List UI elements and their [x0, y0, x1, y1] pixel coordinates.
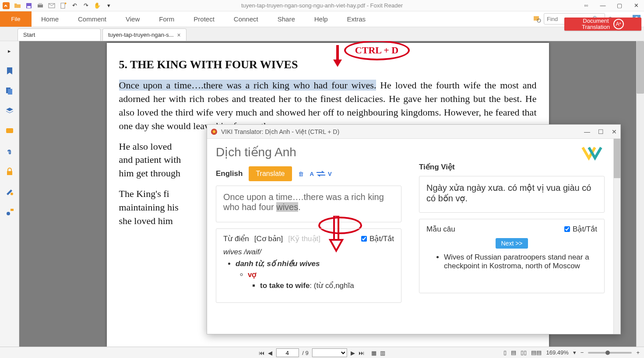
clear-icon[interactable]: 🗑 [298, 171, 304, 177]
view-single-icon[interactable]: ▯ [503, 349, 507, 356]
dict-basic-tab[interactable]: [Cơ bản] [254, 234, 283, 243]
last-page-icon[interactable]: ⏭ [359, 350, 364, 356]
sample-toggle-checkbox[interactable] [564, 226, 570, 232]
view-cont-facing-icon[interactable]: ▤▤ [531, 349, 542, 356]
translator-popup: VIKI Translator: Dịch Anh - Việt (CTRL +… [207, 124, 621, 334]
menu-extras[interactable]: Extras [338, 11, 376, 27]
minimize-icon[interactable]: — [597, 1, 609, 10]
zoom-value: 169.49% [546, 349, 568, 356]
new-doc-icon[interactable]: ✦ [59, 1, 67, 10]
scrollbar-thumb[interactable] [637, 41, 644, 94]
svg-rect-4 [39, 3, 42, 5]
signatures-icon[interactable] [4, 186, 15, 197]
find-tool-icon[interactable] [533, 15, 541, 23]
attachments-icon[interactable] [4, 146, 15, 157]
restore-icon[interactable]: ▢ [613, 1, 626, 10]
page-navigator: ⏮ ◀ / 9 ▶ ⏭ ▦ ▥ [259, 348, 385, 357]
svg-rect-13 [8, 89, 12, 95]
layers-icon[interactable] [4, 106, 15, 116]
qa-dropdown-icon[interactable]: ▾ [104, 1, 113, 10]
view-facing-icon[interactable]: ▯▯ [521, 349, 527, 356]
popup-heading: Dịch tiếng Anh [216, 145, 401, 159]
popup-close-icon[interactable]: ✕ [612, 128, 617, 135]
svg-rect-15 [7, 171, 12, 175]
menu-comment[interactable]: Comment [68, 11, 116, 27]
document-translation-button[interactable]: Document Translation Aᵃ [564, 18, 641, 31]
comments-icon[interactable] [4, 126, 15, 137]
dict-tech-tab[interactable]: [Kỹ thuật] [288, 234, 320, 243]
menu-share[interactable]: Share [268, 11, 305, 27]
menu-protect[interactable]: Protect [184, 11, 224, 27]
popup-minimize-icon[interactable]: — [584, 128, 590, 135]
tab-document-label: tuyen-tap-truyen-ngan-s... [108, 32, 174, 38]
page-total: / 9 [302, 350, 308, 356]
swap-languages[interactable]: A V [310, 171, 332, 177]
status-bar: ⏮ ◀ / 9 ▶ ⏭ ▦ ▥ ▯ ▤ ▯▯ ▤▤ 169.49%▾ − + [0, 347, 644, 358]
tab-bar: Start tuyen-tap-truyen-ngan-s... × [0, 27, 644, 41]
svg-point-17 [7, 212, 10, 215]
menu-help[interactable]: Help [305, 11, 338, 27]
bookmarks-icon[interactable] [4, 66, 15, 76]
zoom-out-icon[interactable]: − [581, 349, 584, 356]
page-tool-icon-2[interactable]: ▥ [380, 350, 385, 356]
source-language-label: English [216, 169, 243, 178]
security-icon[interactable] [4, 166, 15, 177]
annotation-ctrld-text: CTRL + D [355, 44, 398, 57]
page-tool-icon-1[interactable]: ▦ [371, 350, 377, 356]
dict-toggle-checkbox[interactable] [361, 236, 367, 242]
translate-button[interactable]: Translate [249, 166, 292, 181]
viki-logo-icon [580, 145, 605, 161]
tab-close-icon[interactable]: × [177, 32, 181, 39]
undo-icon[interactable]: ↶ [70, 1, 79, 10]
document-translation-label: Document Translation [582, 18, 610, 31]
popup-scrollbar[interactable] [613, 139, 620, 334]
menu-home[interactable]: Home [32, 11, 68, 27]
translation-icon: Aᵃ [613, 19, 624, 29]
zoom-in-icon[interactable]: + [636, 349, 640, 356]
panel-toggle-icon[interactable]: ▸ [4, 46, 15, 56]
svg-rect-18 [11, 209, 14, 211]
next-page-icon[interactable]: ▶ [351, 350, 355, 356]
redo-icon[interactable]: ↷ [81, 1, 90, 10]
tab-start[interactable]: Start [18, 28, 101, 41]
svg-point-16 [11, 193, 13, 195]
menu-view[interactable]: View [116, 11, 149, 27]
tab-document[interactable]: tuyen-tap-truyen-ngan-s... × [102, 28, 187, 41]
share-panel-icon[interactable] [4, 207, 15, 217]
prev-page-icon[interactable]: ◀ [268, 350, 272, 356]
popup-titlebar[interactable]: VIKI Translator: Dịch Anh - Việt (CTRL +… [207, 125, 620, 139]
print-icon[interactable] [36, 1, 45, 10]
ribbon-collapse-icon[interactable]: ▫▫ [580, 1, 592, 10]
quick-access-bar: ✦ ↶ ↷ ✋ ▾ tuyen-tap-truyen-ngan-song-ngu… [0, 0, 644, 11]
first-page-icon[interactable]: ⏮ [259, 350, 264, 356]
save-icon[interactable] [25, 1, 33, 10]
page-select[interactable] [312, 348, 347, 357]
dict-definition: vợ [248, 270, 256, 279]
page-viewport[interactable]: 5. THE KING WITH FOUR WIVES Once upon a … [19, 41, 636, 347]
close-icon[interactable]: ✕ [630, 1, 642, 10]
hand-tool-icon[interactable]: ✋ [93, 1, 102, 10]
open-icon[interactable] [13, 1, 22, 10]
source-textbox[interactable]: Once upon a time….there was a rich king … [216, 186, 401, 222]
tab-start-label: Start [23, 32, 35, 38]
vertical-scrollbar[interactable] [636, 41, 644, 347]
svg-rect-3 [38, 4, 43, 7]
target-textbox[interactable]: Ngày xửa ngày xưa. có một vị vua giàu có… [419, 176, 605, 213]
pages-icon[interactable] [4, 86, 15, 96]
menu-connect[interactable]: Connect [224, 11, 268, 27]
svg-rect-8 [534, 16, 539, 21]
mail-icon[interactable] [47, 1, 56, 10]
dict-pos: danh từ, số nhiều wives [236, 260, 320, 268]
menu-form[interactable]: Form [149, 11, 184, 27]
view-continuous-icon[interactable]: ▤ [511, 349, 516, 356]
svg-rect-2 [27, 6, 31, 8]
menu-bar: File Home Comment View Form Protect Conn… [0, 11, 644, 27]
page-number-input[interactable] [276, 348, 299, 357]
popup-maximize-icon[interactable]: ☐ [598, 128, 604, 135]
example-sentence: Wives of Russian paratroopers stand near… [444, 253, 597, 270]
zoom-slider[interactable] [588, 352, 632, 354]
file-menu[interactable]: File [0, 11, 32, 27]
next-button[interactable]: Next >> [496, 238, 528, 249]
app-icon [2, 1, 11, 10]
dict-headword: wives /waif/ [223, 248, 394, 256]
